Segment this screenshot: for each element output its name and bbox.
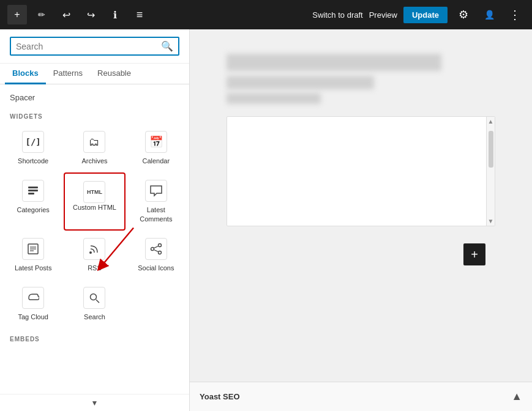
add-block-toolbar-button[interactable]: + — [7, 5, 27, 24]
content-inner: ▲ ▼ + — [190, 29, 532, 382]
custom-html-label: Custom HTML — [73, 203, 116, 212]
scroll-down-arrow[interactable]: ▼ — [487, 217, 495, 226]
search-box: 🔍 — [0, 29, 189, 64]
block-item-tag-cloud[interactable]: Tag Cloud — [2, 280, 64, 328]
shortcode-label: Shortcode — [18, 157, 48, 165]
svg-rect-0 — [28, 187, 38, 188]
yoast-seo-panel: Yoast SEO ▲ — [190, 382, 532, 411]
svg-rect-1 — [28, 190, 38, 191]
tab-reusable[interactable]: Reusable — [90, 64, 138, 84]
tabs: Blocks Patterns Reusable — [0, 64, 189, 84]
block-item-social-icons[interactable]: Social Icons — [126, 231, 187, 280]
block-item-archives[interactable]: 🗂 Archives — [64, 124, 125, 172]
info-button[interactable]: ℹ — [105, 5, 125, 24]
categories-icon — [22, 180, 44, 202]
more-options-icon[interactable]: ⋮ — [505, 5, 525, 24]
block-item-rss[interactable]: RSS — [64, 231, 125, 280]
svg-line-11 — [154, 246, 159, 248]
block-item-categories[interactable]: Categories — [2, 172, 64, 231]
latest-comments-label: Latest Comments — [130, 206, 182, 223]
search-input-wrap: 🔍 — [10, 37, 179, 56]
sidebar-content-wrap: Spacer WIDGETS [/] Shortcode 🗂 — [0, 84, 189, 411]
block-item-latest-comments[interactable]: Latest Comments — [126, 172, 187, 231]
svg-line-14 — [96, 300, 99, 303]
social-icons-label: Social Icons — [138, 264, 174, 272]
editor-text-area[interactable]: ▲ ▼ — [227, 116, 495, 226]
svg-point-7 — [89, 251, 92, 254]
latest-posts-label: Latest Posts — [15, 264, 52, 272]
block-item-shortcode[interactable]: [/] Shortcode — [2, 124, 64, 172]
social-icons-icon — [145, 238, 167, 260]
categories-label: Categories — [17, 206, 50, 214]
search-block-icon — [83, 287, 105, 309]
editor-scrollbar: ▲ ▼ — [486, 117, 495, 226]
toolbar: + ✏ ↩ ↪ ℹ ≡ Switch to draft Preview Upda… — [0, 0, 532, 29]
latest-comments-icon — [145, 180, 167, 202]
list-view-button[interactable]: ≡ — [130, 5, 149, 24]
sidebar-content: Spacer WIDGETS [/] Shortcode 🗂 — [0, 84, 189, 394]
block-item-calendar[interactable]: 📅 Calendar — [126, 124, 187, 172]
preview-button[interactable]: Preview — [369, 10, 397, 20]
block-item-custom-html[interactable]: HTML Custom HTML — [64, 172, 125, 231]
svg-point-13 — [91, 294, 97, 300]
update-button[interactable]: Update — [403, 7, 448, 23]
post-title-area — [227, 54, 495, 104]
rss-label: RSS — [88, 264, 102, 272]
toolbar-right: Switch to draft Preview Update ⚙ 👤 ⋮ — [312, 5, 525, 24]
shortcode-icon: [/] — [22, 131, 44, 153]
undo-button[interactable]: ↩ — [56, 5, 76, 24]
switch-to-draft-button[interactable]: Switch to draft — [312, 10, 362, 20]
post-title-line2 — [227, 76, 374, 89]
calendar-icon: 📅 — [145, 131, 167, 153]
search-icon[interactable]: 🔍 — [161, 40, 173, 52]
svg-point-10 — [158, 251, 161, 254]
search-input[interactable] — [16, 42, 161, 51]
custom-html-icon: HTML — [83, 181, 105, 203]
svg-line-12 — [154, 250, 159, 252]
widgets-heading: WIDGETS — [0, 106, 189, 124]
main-layout: 🔍 Blocks Patterns Reusable Spacer WIDGET… — [0, 29, 532, 411]
edit-button[interactable]: ✏ — [32, 5, 51, 24]
svg-rect-2 — [28, 193, 34, 194]
add-block-area: + — [227, 239, 495, 270]
yoast-seo-label: Yoast SEO — [200, 392, 240, 401]
search-block-label: Search — [84, 313, 105, 321]
yoast-toggle-button[interactable]: ▲ — [511, 390, 522, 403]
sidebar: 🔍 Blocks Patterns Reusable Spacer WIDGET… — [0, 29, 190, 411]
latest-posts-icon — [22, 238, 44, 260]
rss-icon — [83, 238, 105, 260]
spacer-block-item[interactable]: Spacer — [0, 89, 189, 106]
block-item-search[interactable]: Search — [64, 280, 125, 328]
tab-patterns[interactable]: Patterns — [46, 64, 90, 84]
svg-point-9 — [151, 247, 154, 250]
svg-point-8 — [158, 243, 161, 246]
scrollbar-thumb[interactable] — [489, 131, 493, 168]
sidebar-scroll-down[interactable]: ▼ — [0, 394, 189, 411]
redo-button[interactable]: ↪ — [81, 5, 100, 24]
embeds-heading: EMBEDS — [0, 328, 189, 346]
add-block-button[interactable]: + — [463, 243, 485, 265]
archives-icon: 🗂 — [83, 131, 105, 153]
archives-label: Archives — [81, 157, 107, 165]
tag-cloud-label: Tag Cloud — [18, 313, 48, 321]
block-grid: [/] Shortcode 🗂 Archives 📅 Calendar — [0, 124, 189, 328]
post-title-line1 — [227, 54, 441, 71]
post-title-line3 — [227, 93, 321, 104]
user-icon[interactable]: 👤 — [479, 5, 499, 24]
scroll-up-arrow[interactable]: ▲ — [487, 117, 495, 126]
calendar-label: Calendar — [143, 157, 170, 165]
tag-cloud-icon — [22, 287, 44, 309]
block-item-latest-posts[interactable]: Latest Posts — [2, 231, 64, 280]
sidebar-inner: Spacer WIDGETS [/] Shortcode 🗂 — [0, 84, 189, 411]
tab-blocks[interactable]: Blocks — [5, 64, 46, 84]
settings-icon[interactable]: ⚙ — [454, 5, 473, 24]
content-area: ▲ ▼ + Yoast SEO ▲ — [190, 29, 532, 411]
